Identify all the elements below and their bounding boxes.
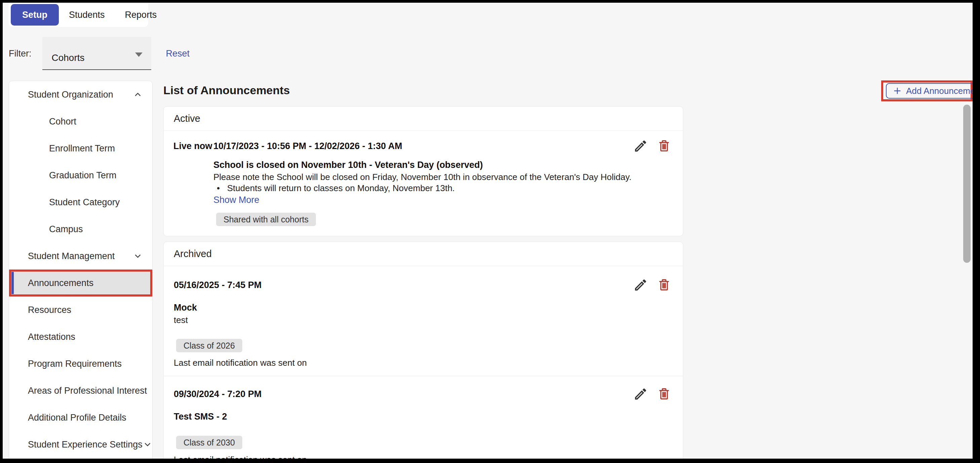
sidebar-item-student-organization[interactable]: Student Organization <box>9 81 152 108</box>
sidebar-item-program-requirements[interactable]: Program Requirements <box>9 350 152 377</box>
edit-icon <box>633 386 648 401</box>
tab-reports[interactable]: Reports <box>115 4 167 26</box>
filter-label: Filter: <box>9 48 32 59</box>
sidebar-item-label: Student Experience Settings <box>28 439 143 450</box>
chevron-down-icon <box>143 439 153 450</box>
filter-selected-value: Cohorts <box>52 53 85 63</box>
announcement-title: Test SMS - 2 <box>174 410 227 423</box>
sidebar-item-label: Program Requirements <box>28 359 122 369</box>
filter-cohorts-select[interactable]: Cohorts <box>42 37 151 70</box>
annotation-box-add-announcement: Add Announcement <box>881 80 973 101</box>
shared-cohorts-chip: Shared with all cohorts <box>216 213 316 226</box>
sidebar-item-label: Student Category <box>49 197 119 208</box>
sidebar-item-label: Enrollment Term <box>49 143 115 154</box>
delete-icon <box>657 278 671 292</box>
chevron-down-icon <box>133 251 143 261</box>
announcement-body: test <box>174 314 188 326</box>
announcement-dates: 09/30/2024 - 7:20 PM <box>174 388 261 400</box>
sidebar-item-label: Announcements <box>28 278 94 288</box>
sidebar-item-label: Graduation Term <box>49 170 117 181</box>
settings-sidebar: Student Organization Cohort Enrollment T… <box>9 81 153 463</box>
tab-students[interactable]: Students <box>59 4 115 26</box>
edit-icon <box>633 278 648 292</box>
edit-announcement-button[interactable] <box>633 138 648 154</box>
chevron-up-icon <box>133 89 143 100</box>
caret-down-icon <box>135 53 143 57</box>
announcement-body: Please note the School will be closed on… <box>213 171 632 183</box>
active-announcements-card: Active Live now 10/17/2023 - 10:56 PM - … <box>163 106 683 236</box>
filter-row: Filter: Cohorts Reset <box>9 37 189 70</box>
plus-icon <box>892 85 903 96</box>
live-now-badge: Live now <box>173 140 212 152</box>
announcement-title: School is closed on November 10th - Vete… <box>213 159 483 171</box>
sidebar-item-areas-of-professional-interest[interactable]: Areas of Professional Interest <box>9 377 152 404</box>
sidebar-item-additional-profile-details[interactable]: Additional Profile Details <box>9 404 152 431</box>
delete-icon <box>657 139 671 153</box>
edit-announcement-button[interactable] <box>633 386 648 402</box>
delete-announcement-button[interactable] <box>656 138 672 154</box>
filter-reset-link[interactable]: Reset <box>166 48 190 59</box>
page-title: List of Announcements <box>163 84 290 97</box>
delete-icon <box>657 386 671 401</box>
sidebar-item-cohort[interactable]: Cohort <box>9 108 152 135</box>
active-card-header: Active <box>164 107 683 131</box>
show-more-link[interactable]: Show More <box>213 194 259 206</box>
last-email-notification-text: Last email notification was sent on <box>174 357 307 369</box>
screenshot-border <box>0 0 3 463</box>
sidebar-item-label: Additional Profile Details <box>28 412 126 423</box>
edit-announcement-button[interactable] <box>633 277 648 293</box>
delete-announcement-button[interactable] <box>656 277 672 293</box>
sidebar-item-label: Attestations <box>28 332 75 342</box>
archived-announcements-card: Archived 05/16/2025 - 7:45 PM Mock test … <box>163 242 683 463</box>
cohort-chip: Class of 2030 <box>176 436 242 449</box>
sidebar-item-student-category[interactable]: Student Category <box>9 189 152 216</box>
add-announcement-label: Add Announcement <box>906 86 980 96</box>
sidebar-item-campus[interactable]: Campus <box>9 216 152 243</box>
sidebar-item-resources[interactable]: Resources <box>9 297 152 323</box>
add-announcement-button[interactable]: Add Announcement <box>886 83 980 99</box>
announcement-title: Mock <box>174 302 197 314</box>
sidebar-item-label: Student Management <box>28 251 115 262</box>
sidebar-item-label: Resources <box>28 305 71 315</box>
screenshot-border <box>0 0 980 3</box>
top-tab-bar: Setup Students Reports <box>9 3 148 27</box>
sidebar-item-label: Areas of Professional Interest <box>28 386 147 396</box>
announcement-dates: 05/16/2025 - 7:45 PM <box>174 279 261 291</box>
sidebar-item-attestations[interactable]: Attestations <box>9 323 152 350</box>
sidebar-item-enrollment-term[interactable]: Enrollment Term <box>9 135 152 162</box>
vertical-scrollbar-thumb[interactable] <box>963 105 970 263</box>
tab-setup[interactable]: Setup <box>11 4 59 26</box>
cohort-chip: Class of 2026 <box>176 339 242 352</box>
sidebar-item-label: Campus <box>49 224 83 235</box>
item-divider <box>164 376 683 376</box>
announcement-dates: 10/17/2023 - 10:56 PM - 12/02/2026 - 1:3… <box>213 140 402 152</box>
app-screen: Setup Students Reports Filter: Cohorts R… <box>0 0 980 463</box>
screenshot-border <box>0 459 980 463</box>
archived-card-header: Archived <box>164 242 683 266</box>
delete-announcement-button[interactable] <box>656 386 672 402</box>
sidebar-item-student-experience-settings[interactable]: Student Experience Settings <box>9 431 152 458</box>
sidebar-item-label: Student Organization <box>28 89 113 100</box>
sidebar-item-label: Cohort <box>49 117 76 127</box>
sidebar-item-student-management[interactable]: Student Management <box>9 243 152 270</box>
screenshot-border <box>973 0 980 463</box>
sidebar-item-graduation-term[interactable]: Graduation Term <box>9 162 152 189</box>
sidebar-item-announcements[interactable]: Announcements <box>9 270 152 297</box>
edit-icon <box>633 139 648 153</box>
announcement-bullet: • Students will return to classes on Mon… <box>217 182 455 194</box>
